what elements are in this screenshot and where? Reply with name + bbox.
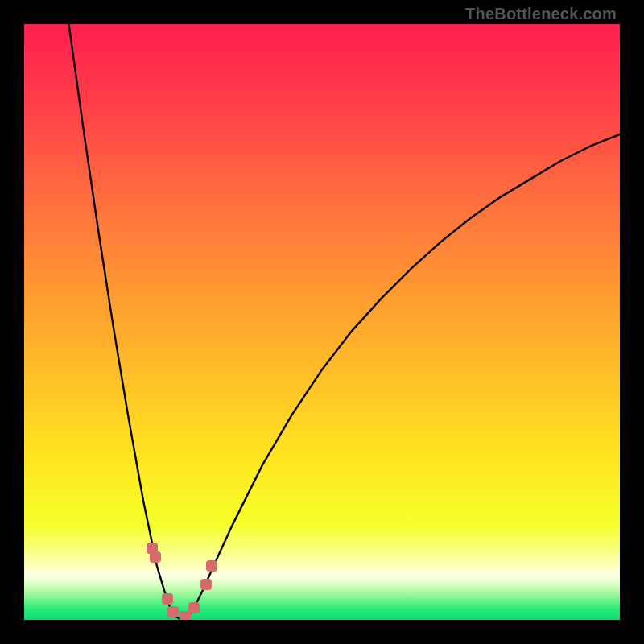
bottleneck-marker <box>167 606 179 617</box>
curve-svg <box>24 24 620 620</box>
bottleneck-marker <box>206 560 217 572</box>
bottleneck-marker <box>188 602 200 613</box>
bottleneck-marker <box>162 593 173 605</box>
curve-left-branch <box>69 24 183 620</box>
bottleneck-marker <box>200 579 212 590</box>
bottleneck-marker <box>150 551 161 563</box>
plot-area <box>24 24 620 620</box>
chart-frame: TheBottleneck.com <box>0 0 644 644</box>
watermark-text: TheBottleneck.com <box>465 5 617 23</box>
curve-right-branch <box>182 134 620 620</box>
